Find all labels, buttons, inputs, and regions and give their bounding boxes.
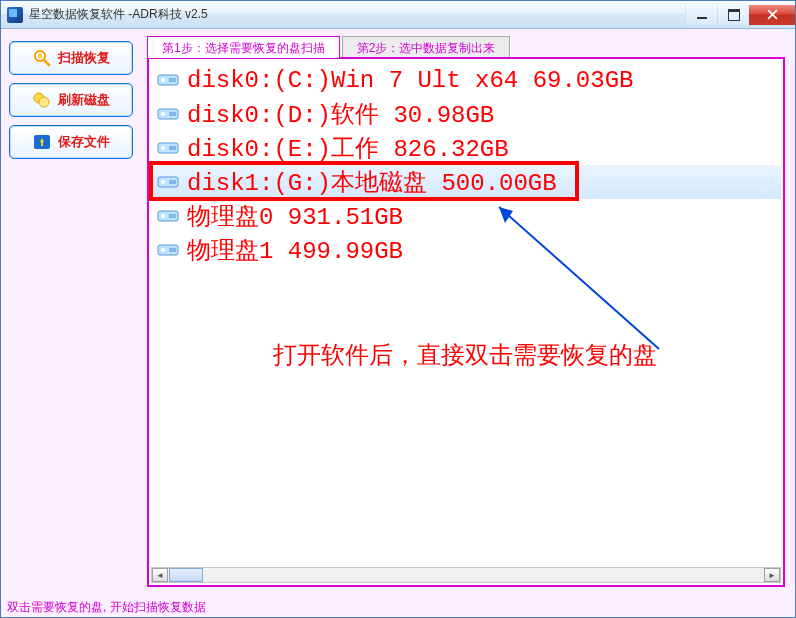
maximize-button[interactable] [717, 5, 749, 25]
save-icon [32, 132, 52, 152]
annotation-text: 打开软件后，直接双击需要恢复的盘 [273, 339, 657, 371]
main-panel: 第1步：选择需要恢复的盘扫描 第2步：选中数据复制出来 disk0:(C:)Wi… [141, 29, 795, 597]
close-icon [767, 9, 778, 20]
svg-line-1 [44, 60, 49, 65]
refresh-icon [32, 90, 52, 110]
app-window: 星空数据恢复软件 -ADR科技 v2.5 扫描恢复 刷新磁盘 [0, 0, 796, 618]
button-label: 保存文件 [58, 133, 110, 151]
svg-point-2 [38, 54, 43, 59]
disk-text: 物理盘0 931.51GB [187, 200, 403, 232]
close-button[interactable] [749, 5, 795, 25]
disk-text: disk0:(C:)Win 7 Ult x64 69.03GB [187, 67, 633, 94]
disk-text: disk1:(G:)本地磁盘 500.00GB [187, 166, 557, 198]
svg-rect-16 [169, 146, 176, 150]
disk-row[interactable]: disk1:(G:)本地磁盘 500.00GB [151, 165, 781, 199]
disk-icon [157, 174, 179, 190]
disk-panel: disk0:(C:)Win 7 Ult x64 69.03GB disk0:(D… [147, 57, 785, 587]
svg-point-24 [161, 248, 165, 252]
svg-rect-13 [169, 112, 176, 116]
svg-point-21 [161, 214, 165, 218]
scan-icon [32, 48, 52, 68]
save-file-button[interactable]: 保存文件 [9, 125, 133, 159]
svg-rect-25 [169, 248, 176, 252]
titlebar[interactable]: 星空数据恢复软件 -ADR科技 v2.5 [1, 1, 795, 29]
svg-point-18 [161, 180, 165, 184]
disk-row[interactable]: 物理盘0 931.51GB [151, 199, 781, 233]
window-title: 星空数据恢复软件 -ADR科技 v2.5 [29, 6, 208, 23]
disk-text: disk0:(E:)工作 826.32GB [187, 132, 509, 164]
scroll-thumb[interactable] [169, 568, 203, 582]
scan-recover-button[interactable]: 扫描恢复 [9, 41, 133, 75]
disk-text: disk0:(D:)软件 30.98GB [187, 98, 494, 130]
scroll-right-button[interactable]: ► [764, 568, 780, 582]
tab-step1[interactable]: 第1步：选择需要恢复的盘扫描 [147, 36, 340, 58]
svg-rect-19 [169, 180, 176, 184]
disk-icon [157, 72, 179, 88]
scroll-left-button[interactable]: ◄ [152, 568, 168, 582]
svg-rect-10 [169, 78, 176, 82]
sidebar: 扫描恢复 刷新磁盘 保存文件 [1, 29, 141, 597]
tabs: 第1步：选择需要恢复的盘扫描 第2步：选中数据复制出来 [147, 35, 785, 57]
disk-row[interactable]: disk0:(C:)Win 7 Ult x64 69.03GB [151, 63, 781, 97]
disk-list: disk0:(C:)Win 7 Ult x64 69.03GB disk0:(D… [151, 63, 781, 567]
disk-row[interactable]: 物理盘1 499.99GB [151, 233, 781, 267]
disk-row[interactable]: disk0:(E:)工作 826.32GB [151, 131, 781, 165]
disk-icon [157, 140, 179, 156]
disk-icon [157, 106, 179, 122]
window-controls [685, 5, 795, 25]
tab-step2[interactable]: 第2步：选中数据复制出来 [342, 36, 511, 58]
minimize-button[interactable] [685, 5, 717, 25]
horizontal-scrollbar[interactable]: ◄ ► [151, 567, 781, 583]
refresh-disk-button[interactable]: 刷新磁盘 [9, 83, 133, 117]
disk-row[interactable]: disk0:(D:)软件 30.98GB [151, 97, 781, 131]
svg-point-4 [39, 97, 49, 107]
disk-text: 物理盘1 499.99GB [187, 234, 403, 266]
button-label: 刷新磁盘 [58, 91, 110, 109]
client-area: 扫描恢复 刷新磁盘 保存文件 第1步：选择需要恢复的盘扫描 第2步：选中数据复制… [1, 29, 795, 597]
svg-point-15 [161, 146, 165, 150]
app-icon [7, 7, 23, 23]
button-label: 扫描恢复 [58, 49, 110, 67]
svg-rect-7 [41, 142, 43, 146]
disk-icon [157, 242, 179, 258]
status-text: 双击需要恢复的盘, 开始扫描恢复数据 [7, 599, 206, 616]
svg-point-12 [161, 112, 165, 116]
svg-point-9 [161, 78, 165, 82]
statusbar: 双击需要恢复的盘, 开始扫描恢复数据 [1, 597, 795, 617]
svg-rect-22 [169, 214, 176, 218]
disk-icon [157, 208, 179, 224]
